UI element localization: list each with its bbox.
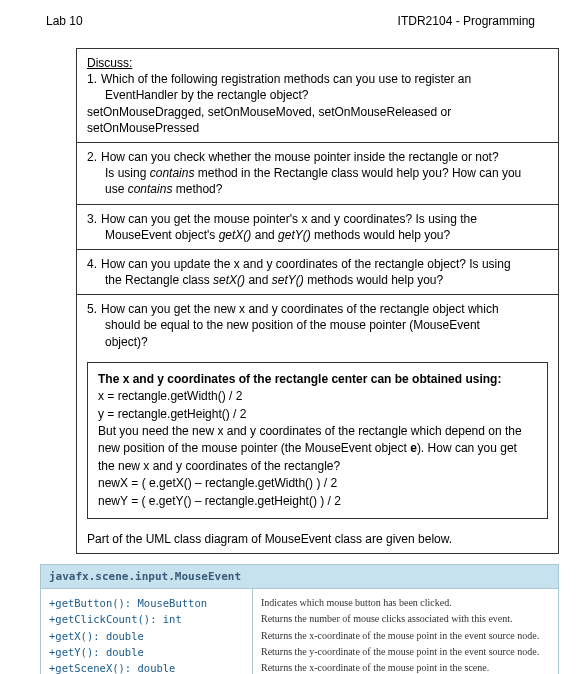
uml-descriptions-column: Indicates which mouse button has been cl… [253, 589, 558, 674]
uml-class-name: javafx.scene.input.MouseEvent [40, 564, 559, 588]
question-1: Discuss: 1.Which of the following regist… [77, 49, 558, 143]
q5-number: 5. [87, 301, 101, 317]
q1-text-2: EventHandler by the rectangle object? [87, 87, 548, 103]
answer-box: The x and y coordinates of the rectangle… [87, 362, 548, 519]
box-bold-1: The x and y coordinates of the rectangle… [98, 372, 501, 386]
discuss-heading: Discuss: [87, 55, 548, 71]
uml-methods-column: +getButton(): MouseButton +getClickCount… [41, 589, 253, 674]
question-4: 4.How can you update the x and y coordin… [77, 250, 558, 295]
q1-code-2: setOnMousePressed [87, 120, 548, 136]
header-right: ITDR2104 - Programming [398, 14, 535, 28]
q2-text-3a: use [105, 182, 128, 196]
box-line-3: But you need the new x and y coordinates… [98, 423, 537, 440]
uml-method: +getX(): double [49, 628, 244, 644]
q5-text-1: How can you get the new x and y coordina… [101, 302, 499, 316]
q3-text-1: How can you get the mouse pointer's x an… [101, 212, 477, 226]
q3-italic-1: getX() [219, 228, 252, 242]
questions-block: Discuss: 1.Which of the following regist… [76, 48, 559, 554]
box-line-4c: ). How can you get [417, 441, 517, 455]
box-line-4b: e [410, 441, 417, 455]
q3-italic-2: getY() [278, 228, 311, 242]
box-line-6: newX = ( e.getX() – rectangle.getWidth()… [98, 475, 537, 492]
q3-text-2a: MouseEvent object's [105, 228, 219, 242]
q2-text-3b: method? [172, 182, 222, 196]
q2-text-2b: method in the Rectangle class would help… [194, 166, 521, 180]
box-line-5: the new x and y coordinates of the recta… [98, 458, 537, 475]
q3-text-2c: methods would help you? [311, 228, 450, 242]
q4-text-2a: the Rectangle class [105, 273, 213, 287]
uml-class-body: +getButton(): MouseButton +getClickCount… [40, 588, 559, 674]
q5-text-3: object)? [87, 334, 548, 350]
q2-text-2a: Is using [105, 166, 150, 180]
uml-desc: Returns the x-coordinate of the mouse po… [261, 660, 550, 674]
uml-desc: Indicates which mouse button has been cl… [261, 595, 550, 611]
uml-method: +getY(): double [49, 644, 244, 660]
q2-italic-2: contains [128, 182, 173, 196]
question-2: 2.How can you check whether the mouse po… [77, 143, 558, 205]
q2-italic-1: contains [150, 166, 195, 180]
uml-desc: Returns the x-coordinate of the mouse po… [261, 628, 550, 644]
box-line-4a: new position of the mouse pointer (the M… [98, 441, 410, 455]
question-5: 5.How can you get the new x and y coordi… [77, 295, 558, 356]
q2-text-1: How can you check whether the mouse poin… [101, 150, 499, 164]
page-header: Lab 10 ITDR2104 - Programming [10, 14, 567, 28]
q1-code-1: setOnMouseDragged, setOnMouseMoved, setO… [87, 104, 548, 120]
uml-method: +getClickCount(): int [49, 611, 244, 627]
q4-text-2c: methods would help you? [304, 273, 443, 287]
q1-number: 1. [87, 71, 101, 87]
q3-number: 3. [87, 211, 101, 227]
box-line-2: y = rectangle.getHeight() / 2 [98, 406, 537, 423]
q4-italic-2: setY() [272, 273, 304, 287]
q2-number: 2. [87, 149, 101, 165]
document-page: Lab 10 ITDR2104 - Programming Discuss: 1… [0, 0, 577, 674]
header-left: Lab 10 [46, 14, 83, 28]
q1-text-1: Which of the following registration meth… [101, 72, 471, 86]
q4-text-2b: and [245, 273, 272, 287]
uml-desc: Returns the y-coordinate of the mouse po… [261, 644, 550, 660]
q4-text-1: How can you update the x and y coordinat… [101, 257, 511, 271]
uml-method: +getSceneX(): double [49, 660, 244, 674]
box-line-7: newY = ( e.getY() – rectangle.getHeight(… [98, 493, 537, 510]
box-line-1: x = rectangle.getWidth() / 2 [98, 388, 537, 405]
q3-text-2b: and [251, 228, 278, 242]
q4-number: 4. [87, 256, 101, 272]
uml-caption: Part of the UML class diagram of MouseEv… [77, 525, 558, 553]
question-3: 3.How can you get the mouse pointer's x … [77, 205, 558, 250]
uml-method: +getButton(): MouseButton [49, 595, 244, 611]
q5-text-2: should be equal to the new position of t… [87, 317, 548, 333]
uml-desc: Returns the number of mouse clicks assoc… [261, 611, 550, 627]
q4-italic-1: setX() [213, 273, 245, 287]
